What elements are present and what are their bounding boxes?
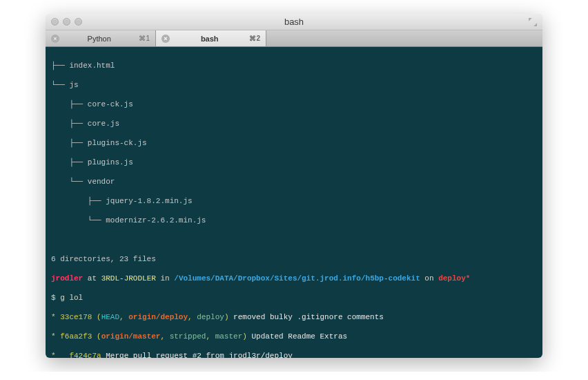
tree-line: ├── jquery-1.8.2.min.js [51, 196, 537, 206]
log-line: * f6aa2f3 (origin/master, stripped, mast… [51, 332, 537, 341]
close-window-button[interactable] [51, 18, 59, 26]
command-line: $ g lol [51, 293, 537, 303]
terminal-window: bash × Python ⌘1 × bash ⌘2 ├── index.htm… [46, 14, 542, 358]
titlebar[interactable]: bash [46, 14, 542, 30]
tab-shortcut: ⌘2 [249, 35, 260, 42]
close-tab-icon[interactable]: × [161, 35, 170, 43]
tree-line: └── vendor [51, 177, 537, 187]
log-line: * 33ce178 (HEAD, origin/deploy, deploy) … [51, 312, 537, 322]
tab-bar: × Python ⌘1 × bash ⌘2 [46, 30, 542, 47]
traffic-lights [51, 18, 82, 26]
window-title: bash [284, 17, 304, 27]
fullscreen-icon[interactable] [529, 18, 537, 26]
terminal-body[interactable]: ├── index.html └── js ├── core-ck.js ├──… [46, 47, 542, 358]
tree-line: └── js [51, 80, 537, 90]
tree-line: ├── plugins.js [51, 158, 537, 167]
minimize-window-button[interactable] [63, 18, 70, 26]
tree-line: ├── plugins-ck.js [51, 138, 537, 148]
tree-line: ├── core-ck.js [51, 99, 537, 109]
close-tab-icon[interactable]: × [51, 35, 59, 43]
tab-label: bash [174, 35, 245, 43]
tab-label: Python [63, 35, 135, 43]
tab-shortcut: ⌘1 [139, 35, 150, 42]
tree-line: ├── index.html [51, 61, 537, 70]
log-line: * f424c7a Merge pull request #2 from jro… [51, 351, 537, 358]
prompt-line: jrodler at 3RDL-JRODLER in /Volumes/DATA… [51, 274, 537, 283]
blank-line [51, 235, 537, 245]
tab-python[interactable]: × Python ⌘1 [46, 30, 156, 46]
tree-summary: 6 directories, 23 files [51, 254, 537, 264]
tab-bash[interactable]: × bash ⌘2 [156, 30, 266, 46]
zoom-window-button[interactable] [75, 18, 82, 26]
tree-line: └── modernizr-2.6.2.min.js [51, 216, 537, 225]
tree-line: ├── core.js [51, 119, 537, 129]
